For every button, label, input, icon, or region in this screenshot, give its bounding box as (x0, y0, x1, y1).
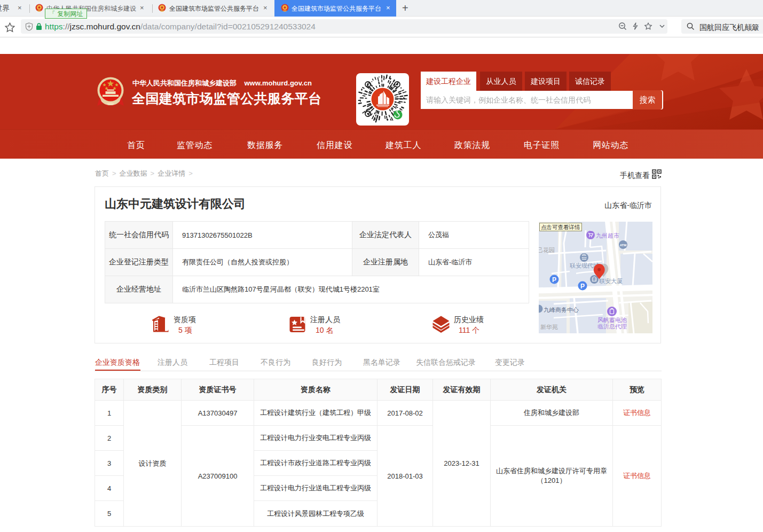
svg-text:P: P (580, 283, 585, 290)
svg-text:新华苑: 新华苑 (540, 324, 558, 330)
svg-text:ATM: ATM (620, 244, 627, 247)
svg-text:九州超市: 九州超市 (596, 232, 619, 239)
svg-text:P: P (552, 276, 556, 284)
svg-text:临沂总代理: 临沂总代理 (597, 323, 627, 330)
svg-text:联安大厦: 联安大厦 (599, 278, 623, 284)
svg-text:风帆蓄电池: 风帆蓄电池 (597, 317, 627, 323)
svg-text:己花园: 己花园 (539, 247, 555, 253)
svg-text:九峰商务中心: 九峰商务中心 (544, 307, 579, 313)
